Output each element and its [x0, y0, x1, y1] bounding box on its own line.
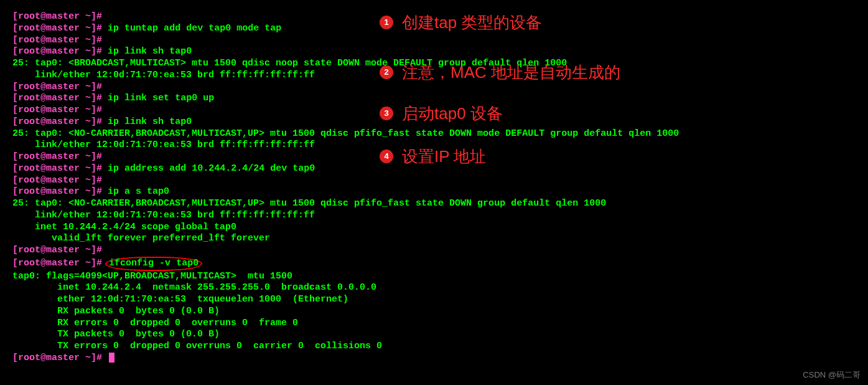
- annotation-4: 4 设置IP 地址: [380, 146, 486, 167]
- highlighted-command: ifconfig -v tap0: [105, 257, 202, 271]
- annotation-2: 2 注意，MAC 地址是自动生成的: [380, 62, 620, 83]
- terminal-line: [root@master ~]#: [12, 353, 856, 364]
- watermark: CSDN @码二哥: [803, 370, 861, 380]
- terminal-line: [root@master ~]#: [12, 245, 856, 257]
- terminal-output: 25: tap0: <NO-CARRIER,BROADCAST,MULTICAS…: [12, 128, 856, 140]
- terminal-output: TX packets 0 bytes 0 (0.0 B): [12, 329, 856, 341]
- badge-icon: 1: [380, 16, 393, 29]
- badge-icon: 2: [380, 65, 393, 79]
- terminal-output: RX errors 0 dropped 0 overruns 0 frame 0: [12, 318, 856, 330]
- terminal-output: ether 12:0d:71:70:ea:53 txqueuelen 1000 …: [12, 294, 856, 306]
- annotation-1: 1 创建tap 类型的设备: [380, 12, 542, 33]
- annotation-text: 注意，MAC 地址是自动生成的: [402, 62, 620, 83]
- terminal-output: TX errors 0 dropped 0 overruns 0 carrier…: [12, 341, 856, 353]
- terminal-output: 25: tap0: <NO-CARRIER,BROADCAST,MULTICAS…: [12, 198, 856, 210]
- terminal[interactable]: [root@master ~]# [root@master ~]# ip tun…: [0, 0, 868, 376]
- badge-icon: 4: [380, 150, 393, 163]
- annotation-text: 创建tap 类型的设备: [402, 12, 542, 33]
- cursor-icon: [109, 353, 114, 363]
- terminal-output: tap0: flags=4099<UP,BROADCAST,MULTICAST>…: [12, 271, 856, 283]
- terminal-line: [root@master ~]#: [12, 82, 856, 93]
- terminal-line: [root@master ~]# ip link sh tap0: [12, 46, 856, 58]
- annotation-text: 启动tap0 设备: [402, 103, 503, 124]
- badge-icon: 3: [380, 107, 393, 120]
- terminal-line: [root@master ~]# ifconfig -v tap0: [12, 257, 856, 271]
- terminal-output: link/ether 12:0d:71:70:ea:53 brd ff:ff:f…: [12, 210, 856, 222]
- annotation-3: 3 启动tap0 设备: [380, 103, 503, 124]
- annotation-text: 设置IP 地址: [402, 146, 486, 167]
- terminal-line: [root@master ~]#: [12, 35, 856, 47]
- terminal-output: inet 10.244.2.4 netmask 255.255.255.0 br…: [12, 282, 856, 294]
- terminal-output: valid_lft forever preferred_lft forever: [12, 233, 856, 245]
- terminal-line: [root@master ~]# ip a s tap0: [12, 186, 856, 198]
- terminal-output: inet 10.244.2.4/24 scope global tap0: [12, 222, 856, 234]
- terminal-output: RX packets 0 bytes 0 (0.0 B): [12, 306, 856, 318]
- terminal-line: [root@master ~]#: [12, 175, 856, 187]
